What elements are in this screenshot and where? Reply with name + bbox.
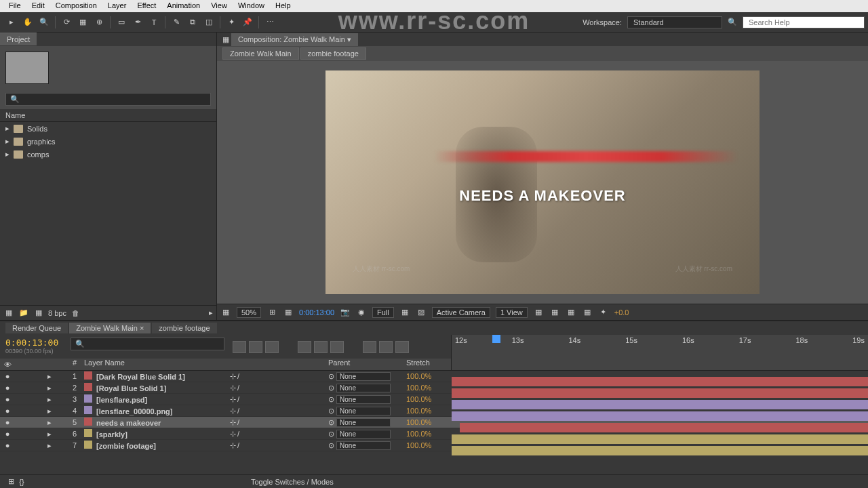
menu-effect[interactable]: Effect bbox=[132, 1, 161, 11]
pickwhip-icon[interactable]: ⊙ bbox=[328, 430, 334, 438]
mask-icon[interactable]: ▦ bbox=[283, 307, 294, 318]
brainstorm-icon[interactable] bbox=[330, 341, 344, 353]
hand-tool-icon[interactable]: ✋ bbox=[20, 15, 35, 30]
twirl-icon[interactable]: ▸ bbox=[47, 372, 68, 381]
motion-blur-icon[interactable] bbox=[314, 341, 328, 353]
project-name-column[interactable]: Name bbox=[0, 109, 216, 122]
layer-name-column[interactable]: Layer Name bbox=[81, 359, 227, 370]
fast-preview-icon[interactable]: ▦ bbox=[549, 307, 560, 318]
brush-tool-icon[interactable]: ✎ bbox=[169, 15, 184, 30]
layer-duration-bar[interactable] bbox=[452, 388, 868, 398]
menu-composition[interactable]: Composition bbox=[50, 1, 102, 11]
visibility-toggle-icon[interactable]: ● bbox=[3, 418, 12, 426]
rotate-tool-icon[interactable]: ⟳ bbox=[59, 15, 74, 30]
layer-name[interactable]: [zombie footage] bbox=[81, 441, 227, 450]
resolution-dropdown[interactable]: Full bbox=[372, 307, 394, 318]
twirl-icon[interactable]: ▸ bbox=[47, 407, 68, 415]
layer-name[interactable]: [lensflare.psd] bbox=[81, 394, 227, 404]
pickwhip-icon[interactable]: ⊙ bbox=[328, 395, 334, 403]
project-tab[interactable]: Project bbox=[0, 33, 37, 45]
layer-name[interactable]: [lensflare_00000.png] bbox=[81, 406, 227, 415]
snapshot-icon[interactable]: 📷 bbox=[340, 307, 351, 318]
twirl-icon[interactable]: ▸ bbox=[47, 441, 68, 450]
flowchart-icon[interactable]: ▦ bbox=[582, 307, 593, 318]
toggle-icon[interactable]: {} bbox=[16, 476, 27, 487]
exposure-value[interactable]: +0.0 bbox=[614, 308, 629, 317]
layer-switches[interactable]: ⊹/ bbox=[227, 407, 326, 415]
project-search-input[interactable]: 🔍 bbox=[5, 93, 211, 106]
stretch-value[interactable]: 100.0% bbox=[406, 418, 431, 426]
draft-3d-icon[interactable] bbox=[249, 341, 262, 353]
layer-switches[interactable]: ⊹/ bbox=[227, 372, 326, 381]
current-time[interactable]: 0:00:13:00 bbox=[299, 308, 334, 317]
layer-row[interactable]: ● ▸ 1 [Dark Royal Blue Solid 1] ⊹/ ⊙ Non… bbox=[0, 371, 868, 382]
project-folder-comps[interactable]: ▸comps bbox=[0, 148, 216, 161]
rect-tool-icon[interactable]: ▭ bbox=[114, 15, 129, 30]
menu-edit[interactable]: Edit bbox=[26, 1, 50, 11]
menu-file[interactable]: File bbox=[3, 1, 26, 11]
pan-behind-tool-icon[interactable]: ⊕ bbox=[92, 15, 106, 30]
layer-duration-bar[interactable] bbox=[452, 400, 868, 409]
stretch-value[interactable]: 100.0% bbox=[406, 395, 431, 403]
parent-dropdown[interactable]: None bbox=[336, 430, 391, 439]
layer-color-chip[interactable] bbox=[84, 441, 92, 449]
stretch-value[interactable]: 100.0% bbox=[406, 384, 431, 392]
toggle-switches-button[interactable]: Toggle Switches / Modes bbox=[251, 478, 334, 486]
parent-dropdown[interactable]: None bbox=[336, 441, 391, 450]
comp-mini-flowchart-icon[interactable] bbox=[233, 341, 246, 353]
workspace-dropdown[interactable]: Standard bbox=[627, 16, 722, 28]
pickwhip-icon[interactable]: ⊙ bbox=[328, 407, 334, 415]
pickwhip-icon[interactable]: ⊙ bbox=[328, 384, 334, 392]
layer-switches[interactable]: ⊹/ bbox=[227, 441, 326, 450]
clone-tool-icon[interactable]: ⧉ bbox=[185, 15, 200, 30]
layer-switches[interactable]: ⊹/ bbox=[227, 395, 326, 404]
pickwhip-icon[interactable]: ⊙ bbox=[328, 441, 334, 449]
parent-dropdown[interactable]: None bbox=[336, 372, 391, 381]
stretch-value[interactable]: 100.0% bbox=[406, 430, 431, 438]
layer-color-chip[interactable] bbox=[84, 406, 92, 414]
graph-editor-icon[interactable] bbox=[395, 341, 409, 353]
view-dropdown[interactable]: 1 View bbox=[496, 307, 528, 318]
layer-duration-bar[interactable] bbox=[460, 423, 868, 432]
layer-switches[interactable]: ⊹/ bbox=[227, 384, 326, 392]
stretch-value[interactable]: 100.0% bbox=[406, 372, 431, 380]
text-tool-icon[interactable]: T bbox=[146, 15, 161, 30]
project-folder-solids[interactable]: ▸Solids bbox=[0, 122, 216, 135]
parent-column[interactable]: Parent bbox=[326, 359, 403, 370]
parent-dropdown[interactable]: None bbox=[336, 407, 391, 415]
grid-icon[interactable]: ⊞ bbox=[267, 307, 277, 318]
visibility-toggle-icon[interactable]: ● bbox=[3, 430, 12, 438]
eraser-tool-icon[interactable]: ◫ bbox=[201, 15, 216, 30]
shy-icon[interactable] bbox=[265, 341, 279, 353]
current-time-indicator[interactable] bbox=[492, 335, 500, 343]
layer-duration-bar[interactable] bbox=[452, 411, 868, 421]
composition-tab[interactable]: Composition: Zombie Walk Main ▾ bbox=[231, 33, 358, 46]
layer-duration-bar[interactable] bbox=[452, 377, 868, 386]
pickwhip-icon[interactable]: ⊙ bbox=[328, 372, 334, 380]
layer-name[interactable]: [sparkly] bbox=[81, 429, 227, 439]
layer-duration-bar[interactable] bbox=[452, 446, 868, 455]
frame-blend-icon[interactable] bbox=[298, 341, 311, 353]
menu-animation[interactable]: Animation bbox=[161, 1, 205, 11]
timeline-ruler[interactable]: 12s 13s 14s 15s 16s 17s 18s 19s bbox=[451, 335, 868, 359]
tab-render-queue[interactable]: Render Queue bbox=[5, 323, 68, 333]
visibility-toggle-icon[interactable]: ● bbox=[3, 372, 12, 380]
new-folder-icon[interactable]: 📁 bbox=[18, 308, 29, 319]
parent-dropdown[interactable]: None bbox=[336, 395, 391, 404]
visibility-toggle-icon[interactable]: ● bbox=[3, 441, 12, 449]
options-icon[interactable]: ⋯ bbox=[262, 15, 277, 30]
layer-color-chip[interactable] bbox=[84, 394, 92, 403]
twirl-icon[interactable]: ▸ bbox=[47, 430, 68, 439]
stretch-column[interactable]: Stretch bbox=[403, 359, 451, 370]
timeline-icon[interactable]: ▦ bbox=[566, 307, 576, 318]
transparency-icon[interactable]: ▨ bbox=[416, 307, 427, 318]
stretch-value[interactable]: 100.0% bbox=[406, 441, 431, 449]
parent-dropdown[interactable]: None bbox=[336, 418, 391, 427]
twirl-icon[interactable]: ▸ bbox=[47, 384, 68, 392]
project-items-list[interactable]: ▸Solids ▸graphics ▸comps bbox=[0, 122, 216, 305]
visibility-toggle-icon[interactable]: ● bbox=[3, 384, 12, 392]
camera-tool-icon[interactable]: ▦ bbox=[75, 15, 90, 30]
play-icon[interactable]: ▸ bbox=[209, 308, 213, 317]
selection-tool-icon[interactable]: ▸ bbox=[4, 15, 19, 30]
pickwhip-icon[interactable]: ⊙ bbox=[328, 418, 334, 426]
